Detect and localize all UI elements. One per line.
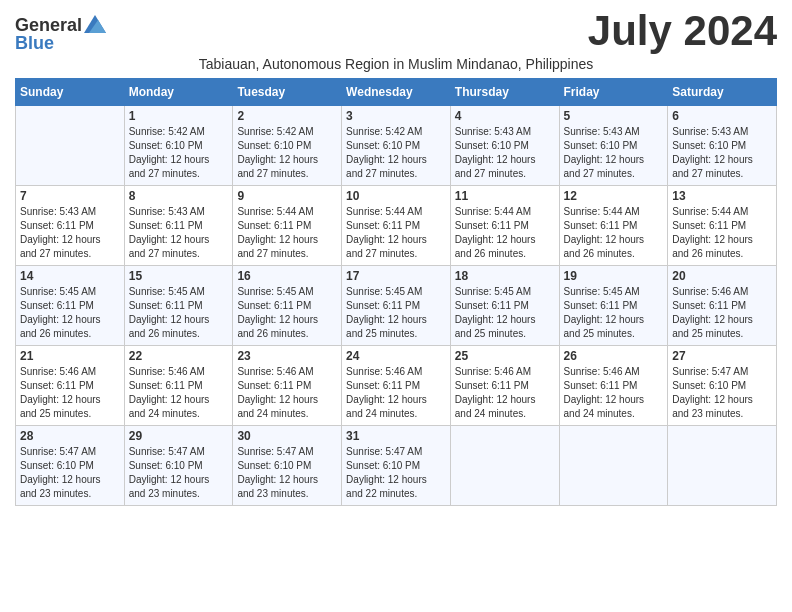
day-info: Sunrise: 5:42 AMSunset: 6:10 PMDaylight:… xyxy=(237,125,337,181)
day-number: 8 xyxy=(129,189,229,203)
logo-icon xyxy=(84,15,106,33)
calendar-cell: 22Sunrise: 5:46 AMSunset: 6:11 PMDayligh… xyxy=(124,346,233,426)
logo-general-text: General xyxy=(15,16,82,34)
day-info: Sunrise: 5:47 AMSunset: 6:10 PMDaylight:… xyxy=(237,445,337,501)
month-title: July 2024 xyxy=(588,10,777,52)
calendar-cell: 18Sunrise: 5:45 AMSunset: 6:11 PMDayligh… xyxy=(450,266,559,346)
day-number: 7 xyxy=(20,189,120,203)
calendar-cell xyxy=(559,426,668,506)
day-number: 25 xyxy=(455,349,555,363)
day-info: Sunrise: 5:46 AMSunset: 6:11 PMDaylight:… xyxy=(129,365,229,421)
day-info: Sunrise: 5:46 AMSunset: 6:11 PMDaylight:… xyxy=(346,365,446,421)
day-info: Sunrise: 5:47 AMSunset: 6:10 PMDaylight:… xyxy=(129,445,229,501)
calendar-cell: 28Sunrise: 5:47 AMSunset: 6:10 PMDayligh… xyxy=(16,426,125,506)
weekday-header-sunday: Sunday xyxy=(16,79,125,106)
subtitle: Tabiauan, Autonomous Region in Muslim Mi… xyxy=(15,56,777,72)
day-info: Sunrise: 5:44 AMSunset: 6:11 PMDaylight:… xyxy=(455,205,555,261)
logo-blue-text: Blue xyxy=(15,34,54,52)
day-info: Sunrise: 5:45 AMSunset: 6:11 PMDaylight:… xyxy=(346,285,446,341)
day-number: 26 xyxy=(564,349,664,363)
day-number: 11 xyxy=(455,189,555,203)
day-number: 20 xyxy=(672,269,772,283)
calendar-cell: 25Sunrise: 5:46 AMSunset: 6:11 PMDayligh… xyxy=(450,346,559,426)
day-info: Sunrise: 5:45 AMSunset: 6:11 PMDaylight:… xyxy=(564,285,664,341)
calendar-cell: 11Sunrise: 5:44 AMSunset: 6:11 PMDayligh… xyxy=(450,186,559,266)
day-number: 3 xyxy=(346,109,446,123)
day-number: 4 xyxy=(455,109,555,123)
day-number: 23 xyxy=(237,349,337,363)
calendar-cell: 27Sunrise: 5:47 AMSunset: 6:10 PMDayligh… xyxy=(668,346,777,426)
day-info: Sunrise: 5:45 AMSunset: 6:11 PMDaylight:… xyxy=(20,285,120,341)
day-info: Sunrise: 5:44 AMSunset: 6:11 PMDaylight:… xyxy=(564,205,664,261)
calendar-cell: 20Sunrise: 5:46 AMSunset: 6:11 PMDayligh… xyxy=(668,266,777,346)
calendar-cell: 10Sunrise: 5:44 AMSunset: 6:11 PMDayligh… xyxy=(342,186,451,266)
page-header: General Blue July 2024 xyxy=(15,10,777,52)
calendar-cell: 14Sunrise: 5:45 AMSunset: 6:11 PMDayligh… xyxy=(16,266,125,346)
day-info: Sunrise: 5:45 AMSunset: 6:11 PMDaylight:… xyxy=(455,285,555,341)
calendar-cell: 8Sunrise: 5:43 AMSunset: 6:11 PMDaylight… xyxy=(124,186,233,266)
logo: General Blue xyxy=(15,16,106,52)
weekday-header-tuesday: Tuesday xyxy=(233,79,342,106)
calendar-cell: 15Sunrise: 5:45 AMSunset: 6:11 PMDayligh… xyxy=(124,266,233,346)
calendar-cell: 1Sunrise: 5:42 AMSunset: 6:10 PMDaylight… xyxy=(124,106,233,186)
day-info: Sunrise: 5:47 AMSunset: 6:10 PMDaylight:… xyxy=(672,365,772,421)
day-number: 6 xyxy=(672,109,772,123)
day-number: 5 xyxy=(564,109,664,123)
weekday-header-thursday: Thursday xyxy=(450,79,559,106)
day-info: Sunrise: 5:43 AMSunset: 6:10 PMDaylight:… xyxy=(672,125,772,181)
calendar-cell: 7Sunrise: 5:43 AMSunset: 6:11 PMDaylight… xyxy=(16,186,125,266)
day-info: Sunrise: 5:46 AMSunset: 6:11 PMDaylight:… xyxy=(20,365,120,421)
day-info: Sunrise: 5:44 AMSunset: 6:11 PMDaylight:… xyxy=(237,205,337,261)
calendar-cell: 31Sunrise: 5:47 AMSunset: 6:10 PMDayligh… xyxy=(342,426,451,506)
calendar-cell: 24Sunrise: 5:46 AMSunset: 6:11 PMDayligh… xyxy=(342,346,451,426)
day-info: Sunrise: 5:46 AMSunset: 6:11 PMDaylight:… xyxy=(672,285,772,341)
day-number: 19 xyxy=(564,269,664,283)
day-number: 9 xyxy=(237,189,337,203)
day-number: 13 xyxy=(672,189,772,203)
calendar-cell: 26Sunrise: 5:46 AMSunset: 6:11 PMDayligh… xyxy=(559,346,668,426)
calendar-cell xyxy=(668,426,777,506)
day-number: 17 xyxy=(346,269,446,283)
day-info: Sunrise: 5:46 AMSunset: 6:11 PMDaylight:… xyxy=(455,365,555,421)
calendar-cell: 12Sunrise: 5:44 AMSunset: 6:11 PMDayligh… xyxy=(559,186,668,266)
day-info: Sunrise: 5:43 AMSunset: 6:10 PMDaylight:… xyxy=(564,125,664,181)
day-number: 1 xyxy=(129,109,229,123)
day-info: Sunrise: 5:43 AMSunset: 6:10 PMDaylight:… xyxy=(455,125,555,181)
calendar-cell: 2Sunrise: 5:42 AMSunset: 6:10 PMDaylight… xyxy=(233,106,342,186)
day-number: 27 xyxy=(672,349,772,363)
day-number: 18 xyxy=(455,269,555,283)
day-number: 29 xyxy=(129,429,229,443)
day-info: Sunrise: 5:45 AMSunset: 6:11 PMDaylight:… xyxy=(129,285,229,341)
day-info: Sunrise: 5:45 AMSunset: 6:11 PMDaylight:… xyxy=(237,285,337,341)
day-number: 10 xyxy=(346,189,446,203)
day-number: 2 xyxy=(237,109,337,123)
day-number: 14 xyxy=(20,269,120,283)
calendar-cell: 21Sunrise: 5:46 AMSunset: 6:11 PMDayligh… xyxy=(16,346,125,426)
day-info: Sunrise: 5:44 AMSunset: 6:11 PMDaylight:… xyxy=(672,205,772,261)
calendar-cell: 3Sunrise: 5:42 AMSunset: 6:10 PMDaylight… xyxy=(342,106,451,186)
calendar-cell: 4Sunrise: 5:43 AMSunset: 6:10 PMDaylight… xyxy=(450,106,559,186)
day-number: 15 xyxy=(129,269,229,283)
calendar-cell xyxy=(16,106,125,186)
day-number: 30 xyxy=(237,429,337,443)
day-info: Sunrise: 5:42 AMSunset: 6:10 PMDaylight:… xyxy=(129,125,229,181)
calendar-cell: 9Sunrise: 5:44 AMSunset: 6:11 PMDaylight… xyxy=(233,186,342,266)
day-info: Sunrise: 5:44 AMSunset: 6:11 PMDaylight:… xyxy=(346,205,446,261)
day-number: 28 xyxy=(20,429,120,443)
calendar-cell: 16Sunrise: 5:45 AMSunset: 6:11 PMDayligh… xyxy=(233,266,342,346)
day-number: 16 xyxy=(237,269,337,283)
weekday-header-wednesday: Wednesday xyxy=(342,79,451,106)
day-info: Sunrise: 5:46 AMSunset: 6:11 PMDaylight:… xyxy=(564,365,664,421)
day-info: Sunrise: 5:46 AMSunset: 6:11 PMDaylight:… xyxy=(237,365,337,421)
day-number: 12 xyxy=(564,189,664,203)
calendar-cell: 6Sunrise: 5:43 AMSunset: 6:10 PMDaylight… xyxy=(668,106,777,186)
calendar-cell xyxy=(450,426,559,506)
calendar-cell: 23Sunrise: 5:46 AMSunset: 6:11 PMDayligh… xyxy=(233,346,342,426)
calendar-cell: 19Sunrise: 5:45 AMSunset: 6:11 PMDayligh… xyxy=(559,266,668,346)
day-number: 31 xyxy=(346,429,446,443)
day-info: Sunrise: 5:47 AMSunset: 6:10 PMDaylight:… xyxy=(346,445,446,501)
calendar-cell: 17Sunrise: 5:45 AMSunset: 6:11 PMDayligh… xyxy=(342,266,451,346)
day-number: 24 xyxy=(346,349,446,363)
calendar-cell: 13Sunrise: 5:44 AMSunset: 6:11 PMDayligh… xyxy=(668,186,777,266)
weekday-header-monday: Monday xyxy=(124,79,233,106)
